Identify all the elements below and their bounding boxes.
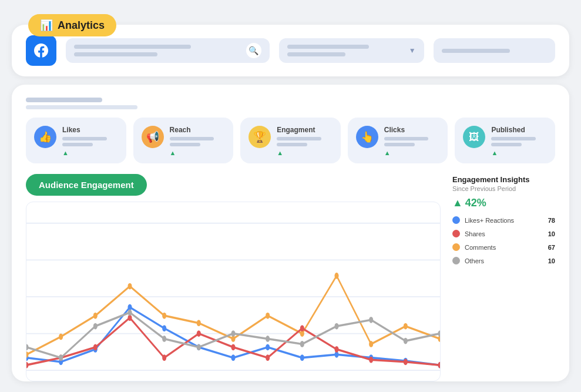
reach-line2 (170, 143, 200, 146)
svg-point-53 (334, 323, 338, 330)
reach-label: Reach (170, 126, 226, 134)
engagement-icon: 🏆 (248, 126, 271, 148)
svg-point-27 (334, 273, 338, 279)
svg-point-25 (266, 313, 270, 319)
likes-lines (62, 137, 118, 146)
reach-info: Reach ▲ (170, 126, 226, 156)
likes-icon: 👍 (34, 126, 56, 148)
bottom-section: Audience Engagement (26, 174, 555, 381)
stat-cards-row: 👍 Likes ▲ 📢 Reach ▲ 🏆 (26, 118, 555, 163)
clicks-up: ▲ (384, 149, 440, 156)
svg-point-56 (438, 330, 440, 337)
legend-dot-comments (452, 243, 460, 251)
header-line-2 (26, 105, 137, 109)
search-bar[interactable]: 🔍 (66, 38, 270, 63)
svg-point-33 (93, 344, 98, 350)
legend-item-likes: Likes+ Reactions 78 (452, 216, 555, 224)
main-card-header (26, 98, 555, 109)
insights-pct: ▲ 42% (452, 197, 555, 209)
pct-value: 42% (465, 197, 486, 209)
chart-container (26, 202, 441, 381)
dropdown-line1 (287, 45, 369, 49)
legend-count-likes: 78 (548, 217, 555, 224)
stat-card-published[interactable]: 🖼 Published ▲ (455, 118, 555, 163)
stat-card-engagement[interactable]: 🏆 Engagment ▲ (240, 118, 341, 163)
stat-card-likes[interactable]: 👍 Likes ▲ (26, 118, 126, 163)
svg-point-51 (266, 336, 270, 342)
svg-point-43 (438, 362, 440, 368)
svg-point-44 (26, 344, 29, 350)
svg-point-13 (300, 354, 304, 361)
pub-line2 (491, 143, 522, 146)
svg-point-52 (300, 341, 304, 347)
eng-line1 (277, 137, 321, 140)
engagement-label: Engagment (277, 126, 333, 134)
svg-point-22 (162, 313, 166, 319)
svg-point-55 (404, 338, 408, 344)
svg-point-37 (231, 344, 235, 350)
legend-dot-shares (452, 230, 460, 237)
legend-name-comments: Comments (465, 244, 543, 251)
published-label: Published (491, 126, 547, 134)
main-card: 👍 Likes ▲ 📢 Reach ▲ 🏆 (12, 85, 569, 381)
top-card: 📊 Analytics 🔍 ▼ (12, 25, 569, 76)
svg-point-48 (162, 336, 166, 342)
svg-point-20 (93, 313, 98, 319)
insights-title: Engagement Insights (452, 175, 555, 184)
clicks-lines (384, 137, 440, 146)
svg-point-47 (127, 309, 132, 316)
svg-point-42 (404, 359, 408, 365)
likes-info: Likes ▲ (62, 126, 118, 156)
svg-point-38 (266, 354, 270, 361)
dropdown-content (287, 45, 404, 56)
published-icon: 🖼 (463, 126, 485, 148)
audience-label: Audience Engagement (39, 180, 134, 190)
bar-chart-icon: 📊 (40, 19, 53, 32)
action-bar-line (442, 49, 511, 53)
svg-point-31 (26, 362, 29, 368)
svg-point-45 (59, 354, 63, 361)
svg-point-29 (404, 323, 408, 330)
audience-badge: Audience Engagement (26, 174, 147, 196)
likes-line1 (62, 137, 107, 140)
legend-dot-others (452, 257, 460, 264)
search-icon[interactable]: 🔍 (246, 43, 261, 58)
likes-line2 (62, 143, 93, 146)
svg-point-40 (334, 346, 338, 353)
action-bar[interactable] (434, 38, 555, 63)
legend-items: Likes+ Reactions 78 Shares 10 Comments 6… (452, 216, 555, 264)
insights-panel: Engagement Insights Since Previous Perio… (446, 174, 555, 381)
likes-label: Likes (62, 126, 118, 134)
clicks-info: Clicks ▲ (384, 126, 440, 156)
dropdown-line2 (287, 52, 346, 56)
engagement-info: Engagment ▲ (277, 126, 333, 156)
line-chart (26, 202, 440, 381)
published-lines (491, 137, 547, 146)
legend-name-others: Others (465, 257, 543, 264)
svg-point-35 (162, 354, 166, 361)
stat-card-clicks[interactable]: 👆 Clicks ▲ (348, 118, 448, 163)
eng-line2 (277, 143, 307, 146)
legend-item-shares: Shares 10 (452, 230, 555, 237)
engagement-up: ▲ (277, 149, 333, 156)
facebook-icon (26, 35, 56, 66)
dropdown-bar[interactable]: ▼ (279, 38, 424, 63)
insights-period: Since Previous Period (452, 185, 555, 192)
svg-point-54 (369, 317, 373, 323)
analytics-badge: 📊 Analytics (28, 14, 116, 36)
svg-point-11 (231, 354, 235, 361)
stat-card-reach[interactable]: 📢 Reach ▲ (133, 118, 234, 163)
chevron-down-icon: ▼ (409, 46, 416, 55)
published-info: Published ▲ (491, 126, 547, 156)
clicks-icon: 👆 (356, 126, 378, 148)
engagement-lines (277, 137, 333, 146)
legend-count-comments: 67 (548, 244, 555, 251)
svg-point-36 (197, 330, 201, 337)
svg-point-39 (300, 325, 304, 331)
search-bar-content (74, 45, 241, 56)
svg-point-9 (162, 325, 166, 331)
analytics-label: Analytics (58, 19, 105, 32)
legend-name-likes: Likes+ Reactions (465, 217, 543, 224)
pct-arrow: ▲ (452, 197, 463, 209)
svg-point-49 (197, 344, 201, 350)
